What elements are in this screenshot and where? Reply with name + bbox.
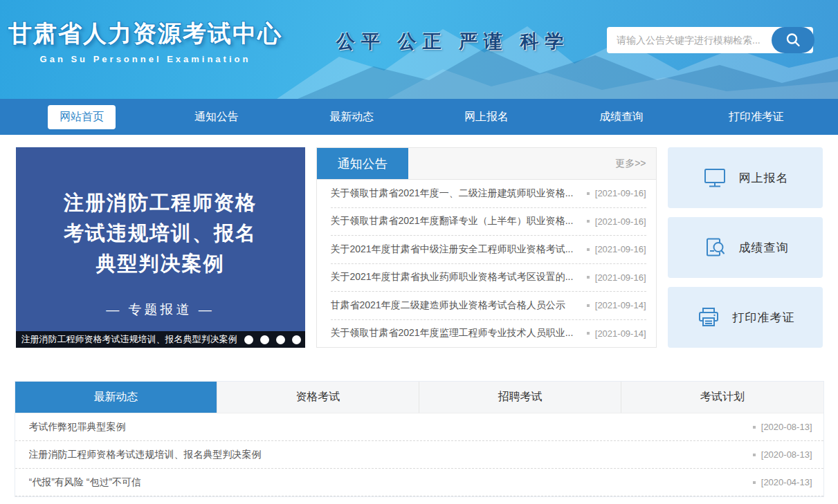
notice-date: [2021-09-14] xyxy=(595,300,646,310)
news-list: 考试作弊犯罪典型案例 [2020-08-13] 注册消防工程师资格考试违规培训、… xyxy=(15,413,823,496)
notice-title: 关于2021年度甘肃省中级注册安全工程师职业资格考试... xyxy=(331,243,583,256)
site-header: 甘肃省人力资源考试中心 Gan Su Personnel Examination… xyxy=(0,0,838,99)
search-button[interactable] xyxy=(772,27,814,53)
bullet-square-icon xyxy=(587,276,590,279)
site-title: 甘肃省人力资源考试中心 xyxy=(7,18,284,50)
news-item[interactable]: 注册消防工程师资格考试违规培训、报名典型判决案例 [2020-08-13] xyxy=(15,441,823,469)
news-tabs: 最新动态 资格考试 招聘考试 考试计划 xyxy=(15,382,823,413)
carousel-dot[interactable] xyxy=(292,335,301,344)
notice-more-link[interactable]: 更多>> xyxy=(615,158,655,170)
tab-recruitment-exams[interactable]: 招聘考试 xyxy=(419,382,621,413)
quick-link-score-query[interactable]: 成绩查询 xyxy=(668,217,823,278)
quick-link-print-admission-ticket[interactable]: 打印准考证 xyxy=(668,287,823,348)
carousel-dot[interactable] xyxy=(244,335,253,344)
notice-tab[interactable]: 通知公告 xyxy=(317,148,408,179)
main-content: 注册消防工程师资格 考试违规培训、报名 典型判决案例 — 专题报道 — 注册消防… xyxy=(16,147,823,348)
nav-item-notices[interactable]: 通知公告 xyxy=(149,99,284,135)
quick-link-online-registration[interactable]: 网上报名 xyxy=(668,147,823,208)
notice-title: 甘肃省2021年度二级建造师执业资格考试合格人员公示 xyxy=(331,299,583,312)
carousel-caption-bar: 注册消防工程师资格考试违规培训、报名典型判决案例 xyxy=(16,331,305,348)
bullet-square-icon xyxy=(587,220,590,223)
notice-title: 关于领取甘肃省2021年度监理工程师专业技术人员职业... xyxy=(331,327,583,339)
notice-date: [2021-09-16] xyxy=(595,244,646,254)
tab-qualification-exams[interactable]: 资格考试 xyxy=(217,382,419,413)
notice-date: [2021-09-16] xyxy=(595,188,646,198)
news-title: 注册消防工程师资格考试违规培训、报名典型判决案例 xyxy=(29,449,749,461)
notice-title: 关于2021年度甘肃省执业药师职业资格考试考区设置的... xyxy=(331,271,583,283)
news-date: [2020-08-13] xyxy=(761,449,812,460)
bullet-square-icon xyxy=(587,192,590,195)
news-title: “代报”有风险 “包过”不可信 xyxy=(29,476,749,489)
bullet-square-icon xyxy=(587,248,590,251)
monitor-icon xyxy=(702,165,728,191)
bullet-square-icon xyxy=(587,304,590,307)
notice-panel-header: 通知公告 更多>> xyxy=(317,148,656,180)
search-icon xyxy=(784,31,802,49)
nav-item-home[interactable]: 网站首页 xyxy=(15,99,149,135)
nav-item-print-admission-ticket[interactable]: 打印准考证 xyxy=(689,99,824,135)
site-subtitle: Gan Su Personnel Examination xyxy=(7,54,284,64)
notice-item[interactable]: 关于2021年度甘肃省中级注册安全工程师职业资格考试... [2021-09-1… xyxy=(331,236,646,264)
bullet-square-icon xyxy=(753,454,756,456)
quick-link-label: 打印准考证 xyxy=(733,310,795,326)
nav-item-online-registration[interactable]: 网上报名 xyxy=(419,99,554,135)
search-group xyxy=(607,27,813,53)
printer-icon xyxy=(695,304,722,330)
notice-item[interactable]: 关于领取甘肃省2021年度一、二级注册建筑师职业资格... [2021-09-1… xyxy=(331,180,646,208)
tab-latest-news[interactable]: 最新动态 xyxy=(15,382,217,413)
quick-links-sidebar: 网上报名 成绩查询 xyxy=(668,147,823,348)
news-section: 最新动态 资格考试 招聘考试 考试计划 考试作弊犯罪典型案例 [2020-08-… xyxy=(15,381,824,497)
banner-headline: 注册消防工程师资格 考试违规培训、报名 典型判决案例 xyxy=(16,187,305,279)
notice-item[interactable]: 关于2021年度甘肃省执业药师职业资格考试考区设置的... [2021-09-1… xyxy=(331,264,646,292)
carousel-dots xyxy=(244,335,301,344)
notice-title: 关于领取甘肃省2021年度一、二级注册建筑师职业资格... xyxy=(331,187,583,200)
news-item[interactable]: 考试作弊犯罪典型案例 [2020-08-13] xyxy=(15,413,823,441)
bullet-square-icon xyxy=(753,481,756,484)
notice-date: [2021-09-16] xyxy=(595,216,646,227)
bullet-square-icon xyxy=(587,332,590,335)
main-navigation: 网站首页 通知公告 最新动态 网上报名 成绩查询 打印准考证 xyxy=(0,99,838,135)
news-title: 考试作弊犯罪典型案例 xyxy=(29,421,749,433)
nav-item-score-query[interactable]: 成绩查询 xyxy=(554,99,689,135)
notice-list: 关于领取甘肃省2021年度一、二级注册建筑师职业资格... [2021-09-1… xyxy=(317,180,656,347)
carousel-dot[interactable] xyxy=(260,335,269,344)
news-item[interactable]: “代报”有风险 “包过”不可信 [2020-04-13] xyxy=(15,469,823,496)
news-date: [2020-08-13] xyxy=(761,422,812,432)
carousel-banner[interactable]: 注册消防工程师资格 考试违规培训、报名 典型判决案例 — 专题报道 — 注册消防… xyxy=(16,147,305,348)
quick-link-label: 成绩查询 xyxy=(739,240,789,256)
news-date: [2020-04-13] xyxy=(761,477,812,487)
tab-exam-schedule[interactable]: 考试计划 xyxy=(621,382,823,413)
site-slogan: 公平 公正 严谨 科学 xyxy=(336,29,570,54)
notice-item[interactable]: 甘肃省2021年度二级建造师执业资格考试合格人员公示 [2021-09-14] xyxy=(331,292,646,320)
score-search-icon xyxy=(702,234,728,261)
nav-item-latest-news[interactable]: 最新动态 xyxy=(284,99,419,135)
banner-tagline: — 专题报道 — xyxy=(16,301,305,319)
notice-title: 关于领取甘肃省2021年度翻译专业（上半年）职业资格... xyxy=(331,215,583,227)
quick-link-label: 网上报名 xyxy=(739,170,789,186)
site-logo: 甘肃省人力资源考试中心 Gan Su Personnel Examination xyxy=(7,18,284,64)
notice-item[interactable]: 关于领取甘肃省2021年度翻译专业（上半年）职业资格... [2021-09-1… xyxy=(331,208,646,236)
carousel-dot[interactable] xyxy=(276,335,285,344)
bullet-square-icon xyxy=(753,426,756,429)
notice-panel: 通知公告 更多>> 关于领取甘肃省2021年度一、二级注册建筑师职业资格... … xyxy=(316,147,657,348)
notice-item[interactable]: 关于领取甘肃省2021年度监理工程师专业技术人员职业... [2021-09-1… xyxy=(331,320,646,348)
notice-date: [2021-09-14] xyxy=(595,328,646,339)
notice-date: [2021-09-16] xyxy=(595,272,646,283)
